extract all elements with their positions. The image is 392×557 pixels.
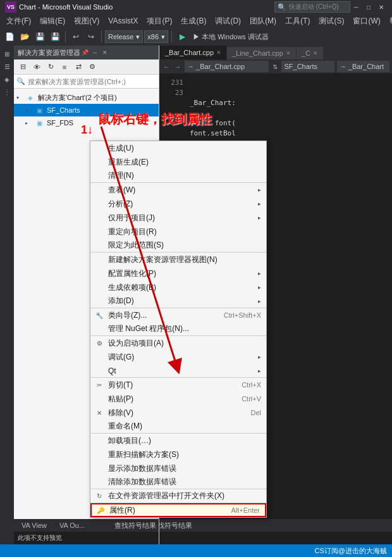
expand-arrow-charts: ▾ [25,108,33,113]
project-sf-fds[interactable]: ▸ ▣ SF_FDS [14,116,159,129]
sidebar-icon-1[interactable]: ⊞ [1,48,13,59]
new-file-button[interactable]: 📄 [3,30,16,44]
ctx-class-wizard[interactable]: 🔧 类向导(Z)... Ctrl+Shift+X [90,308,266,322]
ctx-cut[interactable]: ✂ 剪切(T) Ctrl+X [90,378,266,392]
save-all-button[interactable]: 💾 [48,30,62,44]
nav-forward-button[interactable]: → [173,62,182,72]
panel-controls: 📌 ─ ✕ [80,48,109,57]
play-icon[interactable]: ▶ [175,30,189,44]
ctx-add-label: 添加(D) [108,296,134,306]
bottom-panel-tabs: VA View VA Ou... 查找符号结果 [14,519,159,532]
settings-icon[interactable]: ⚙ [86,61,99,73]
platform-dropdown[interactable]: x86 ▾ [144,30,168,43]
search-input[interactable] [28,78,156,85]
sync-button[interactable]: ⇄ [72,61,85,73]
ctx-new-view[interactable]: 新建解决方案资源管理器视图(N) [90,253,266,266]
va-view-tab[interactable]: VA View [16,519,52,532]
vs-logo: VS [5,1,16,13]
solution-root[interactable]: ▾ ◈ 解决方案'Chart'(2 个项目) [14,91,159,104]
ctx-build-deps[interactable]: 生成依赖项(B) ▸ [90,280,266,294]
collapse-all-button[interactable]: ⊟ [16,61,29,73]
project-icon-fds: ▣ [34,118,44,128]
minimize-button[interactable]: ─ [350,1,362,13]
sidebar-icon-4[interactable]: ⋮ [1,86,13,97]
close-button[interactable]: ✕ [376,1,387,13]
refresh-button[interactable]: ↻ [44,61,57,73]
maximize-button[interactable]: □ [363,1,374,13]
sidebar-icon-3[interactable]: ◈ [1,73,13,85]
menu-test[interactable]: 测试(S) [315,15,348,28]
ctx-clear-db-errors[interactable]: 清除添加数据库错误 [90,475,266,489]
tab-line-chart-close[interactable]: ✕ [286,50,291,56]
menu-view[interactable]: 视图(V) [70,15,103,28]
ctx-project-only[interactable]: 仅用于项目(J) ▸ [90,211,266,225]
nav-back-button[interactable]: ← [162,62,171,72]
ctx-view[interactable]: 查看(W) ▸ [90,183,266,197]
ctx-set-startup[interactable]: ⚙ 设为启动项目(A) [90,336,266,350]
ctx-properties[interactable]: 🔑 属性(R) Alt+Enter [90,503,266,517]
tab-bar-chart-close[interactable]: ✕ [216,49,221,56]
undo-button[interactable]: ↩ [69,30,83,44]
redo-button[interactable]: ↪ [84,30,98,44]
menu-build[interactable]: 生成(B) [177,15,210,28]
menu-help[interactable]: 帮助(H) [386,15,392,28]
va-output-tab[interactable]: VA Ou... [54,519,90,532]
config-dropdown[interactable]: Release ▾ [105,30,143,43]
panel-pin-button[interactable]: 📌 [80,48,89,57]
panel-search[interactable]: 🔍 [14,75,159,89]
ctx-analyze[interactable]: 分析(Z) ▸ [90,197,266,211]
menu-file[interactable]: 文件(F) [3,15,35,28]
panel-close-button[interactable]: ✕ [101,48,109,57]
menu-project[interactable]: 项目(P) [143,15,176,28]
ctx-unload[interactable]: 卸载项目(…) [90,434,266,447]
ctx-rescan[interactable]: 重新扫描解决方案(S) [90,447,266,461]
tab-bar-chart[interactable]: _Bar_Chart.cpp ✕ [159,46,226,59]
method-dropdown[interactable]: → _Bar_Chart [337,61,389,72]
menu-window[interactable]: 窗口(W) [349,15,384,28]
ctx-class-wizard-shortcut: Ctrl+Shift+X [224,311,261,319]
ctx-clear-db-errors-label: 清除添加数据库错误 [108,477,176,487]
ctx-nuget[interactable]: 管理 NuGet 程序包(N)... [90,322,266,336]
ctx-properties-shortcut: Alt+Enter [231,506,260,514]
config-label: Release [108,33,133,41]
ctx-build[interactable]: 生成(U) [90,141,266,155]
ctx-analyze-arrow: ▸ [258,201,261,207]
ctx-scope[interactable]: 限定为此范围(S) [90,239,266,253]
ctx-retarget[interactable]: 重定向项目(R) [90,225,266,239]
ctx-paste[interactable]: 粘贴(P) Ctrl+V [90,392,266,406]
ctx-properties-label: 属性(R) [109,505,135,516]
quick-launch[interactable]: 🔍 快速启动 (Ctrl+Q) [274,1,350,13]
ctx-add[interactable]: 添加(D) ▸ [90,294,266,308]
menu-debug[interactable]: 调试(D) [211,15,245,28]
ctx-rename[interactable]: 重命名(M) [90,420,266,434]
menu-team[interactable]: 团队(M) [246,15,280,28]
ctx-rebuild[interactable]: 重新生成(E) [90,155,266,169]
ctx-show-db-errors[interactable]: 显示添加数据库错误 [90,461,266,475]
sidebar-icon-2[interactable]: ☰ [1,61,13,72]
menu-tools[interactable]: 工具(T) [281,15,314,28]
ctx-open-folder[interactable]: ↻ 在文件资源管理器中打开文件夹(X) [90,489,266,503]
file-dropdown[interactable]: → _Bar_Chart.cpp [185,61,269,72]
tab-line-chart[interactable]: _Line_Chart.cpp ✕ [226,47,296,59]
nav-arrows[interactable]: ⇅ [271,62,279,72]
panel-minimize-button[interactable]: ─ [90,48,99,57]
menu-edit[interactable]: 编辑(E) [36,15,69,28]
main-area: ⊞ ☰ ◈ ⋮ 解决方案资源管理器 📌 ─ ✕ ⊟ 👁 ↻ ≡ ⇄ ⚙ 🔍 [0,46,392,544]
ctx-remove[interactable]: ✕ 移除(V) Del [90,406,266,420]
filter-button[interactable]: ≡ [58,61,71,73]
show-all-button[interactable]: 👁 [30,61,43,73]
debug-mode-label[interactable]: ▶ 本地 Windows 调试器 [190,30,271,44]
ctx-debug-g[interactable]: 调试(G) ▸ [90,350,266,364]
save-button[interactable]: 💾 [33,30,47,44]
project-sf-charts[interactable]: ▾ ▣ SF_Charts [14,104,159,116]
class-dropdown[interactable]: SF_Charts [281,61,334,72]
tab-c-close[interactable]: ✕ [313,50,318,56]
menu-vassistx[interactable]: VAssistX [104,15,142,27]
open-button[interactable]: 📂 [18,30,32,44]
panel-title: 解决方案资源管理器 [18,48,80,58]
tab-c[interactable]: _C ✕ [296,47,323,59]
ctx-config[interactable]: 配置属性化(P) ▸ [90,266,266,280]
ctx-clean[interactable]: 清理(N) [90,169,266,183]
ctx-qt[interactable]: Qt ▸ [90,364,266,378]
status-watermark: CS订阅@进击的大海贼 [315,546,387,556]
